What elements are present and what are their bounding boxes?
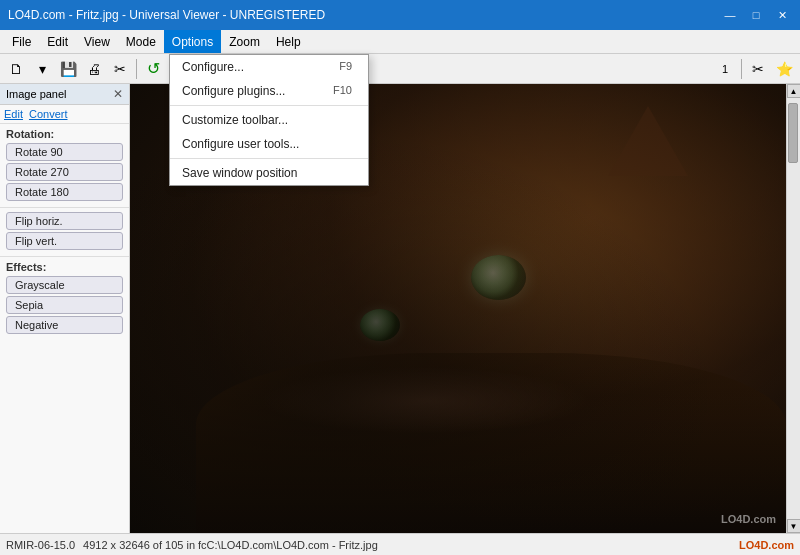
main-area: Image panel ✕ Edit Convert Rotation: Rot… <box>0 84 800 533</box>
scroll-down-arrow[interactable]: ▼ <box>787 519 801 533</box>
toolbar-print[interactable]: 🖨 <box>82 57 106 81</box>
toolbar-arrow[interactable]: ▾ <box>30 57 54 81</box>
panel-sub-tab-edit[interactable]: Edit <box>4 108 23 120</box>
toolbar-refresh[interactable]: ↺ <box>141 57 165 81</box>
dropdown-configure-user-tools[interactable]: Configure user tools... <box>170 132 368 156</box>
toolbar-nav-num: 1 <box>713 57 737 81</box>
dropdown-configure-plugins-shortcut: F10 <box>333 84 352 98</box>
dropdown-separator-1 <box>170 105 368 106</box>
left-panel: Image panel ✕ Edit Convert Rotation: Rot… <box>0 84 130 533</box>
grayscale-button[interactable]: Grayscale <box>6 276 123 294</box>
maximize-button[interactable]: □ <box>746 6 766 24</box>
panel-tab: Image panel ✕ <box>0 84 129 105</box>
toolbar-separator-1 <box>136 59 137 79</box>
status-middle: 4912 x 32646 of 105 in fcC:\LO4D.com\LO4… <box>83 539 731 551</box>
cat-eye-left <box>471 255 526 300</box>
dropdown-save-window-position-label: Save window position <box>182 166 297 180</box>
toolbar-new[interactable]: 🗋 <box>4 57 28 81</box>
title-bar-text: LO4D.com - Fritz.jpg - Universal Viewer … <box>8 8 325 22</box>
menu-zoom[interactable]: Zoom <box>221 30 268 53</box>
options-dropdown: Configure... F9 Configure plugins... F10… <box>169 54 369 186</box>
status-left: RMIR-06-15.0 <box>6 539 75 551</box>
scroll-track[interactable] <box>787 98 801 519</box>
right-scrollbar: ▲ ▼ <box>786 84 800 533</box>
dropdown-configure[interactable]: Configure... F9 <box>170 55 368 79</box>
dropdown-configure-shortcut: F9 <box>339 60 352 74</box>
toolbar-scissors[interactable]: ✂ <box>746 57 770 81</box>
flip-horiz-button[interactable]: Flip horiz. <box>6 212 123 230</box>
close-button[interactable]: ✕ <box>772 6 792 24</box>
status-right: LO4D.com <box>739 539 794 551</box>
menu-edit[interactable]: Edit <box>39 30 76 53</box>
dropdown-configure-plugins-label: Configure plugins... <box>182 84 285 98</box>
dropdown-configure-label: Configure... <box>182 60 244 74</box>
menu-help[interactable]: Help <box>268 30 309 53</box>
panel-sub-tab-convert[interactable]: Convert <box>29 108 68 120</box>
scroll-up-arrow[interactable]: ▲ <box>787 84 801 98</box>
effects-label: Effects: <box>6 261 123 273</box>
toolbar-separator-2 <box>741 59 742 79</box>
menu-mode[interactable]: Mode <box>118 30 164 53</box>
panel-section-rotation: Rotation: Rotate 90 Rotate 270 Rotate 18… <box>0 124 129 207</box>
minimize-button[interactable]: — <box>720 6 740 24</box>
lo4d-logo: LO4D.com <box>739 539 794 551</box>
toolbar: 🗋 ▾ 💾 🖨 ✂ ↺ 1 ✂ ⭐ <box>0 54 800 84</box>
dropdown-configure-plugins[interactable]: Configure plugins... F10 <box>170 79 368 103</box>
status-bar: RMIR-06-15.0 4912 x 32646 of 105 in fcC:… <box>0 533 800 555</box>
rotation-label: Rotation: <box>6 128 123 140</box>
menu-file[interactable]: File <box>4 30 39 53</box>
flip-vert-button[interactable]: Flip vert. <box>6 232 123 250</box>
panel-tab-close[interactable]: ✕ <box>113 87 123 101</box>
watermark: LO4D.com <box>721 513 776 525</box>
menu-bar: File Edit View Mode Options Zoom Help <box>0 30 800 54</box>
panel-sub-tabs: Edit Convert <box>0 105 129 124</box>
cat-ear <box>608 106 688 176</box>
rotate-270-button[interactable]: Rotate 270 <box>6 163 123 181</box>
menu-options[interactable]: Options <box>164 30 221 53</box>
menu-view[interactable]: View <box>76 30 118 53</box>
negative-button[interactable]: Negative <box>6 316 123 334</box>
panel-section-flip: Flip horiz. Flip vert. <box>0 207 129 256</box>
dropdown-customize-toolbar[interactable]: Customize toolbar... <box>170 108 368 132</box>
title-bar: LO4D.com - Fritz.jpg - Universal Viewer … <box>0 0 800 30</box>
toolbar-cut[interactable]: ✂ <box>108 57 132 81</box>
rotate-180-button[interactable]: Rotate 180 <box>6 183 123 201</box>
rotate-90-button[interactable]: Rotate 90 <box>6 143 123 161</box>
scroll-thumb[interactable] <box>788 103 798 163</box>
cat-eye-right <box>360 309 400 341</box>
dropdown-save-window-position[interactable]: Save window position <box>170 161 368 185</box>
panel-tab-label: Image panel <box>6 88 67 100</box>
window-controls: — □ ✕ <box>720 6 792 24</box>
cat-whisker-area <box>261 367 589 434</box>
toolbar-star[interactable]: ⭐ <box>772 57 796 81</box>
dropdown-separator-2 <box>170 158 368 159</box>
panel-section-effects: Effects: Grayscale Sepia Negative <box>0 256 129 340</box>
dropdown-customize-toolbar-label: Customize toolbar... <box>182 113 288 127</box>
sepia-button[interactable]: Sepia <box>6 296 123 314</box>
dropdown-configure-user-tools-label: Configure user tools... <box>182 137 299 151</box>
toolbar-save[interactable]: 💾 <box>56 57 80 81</box>
